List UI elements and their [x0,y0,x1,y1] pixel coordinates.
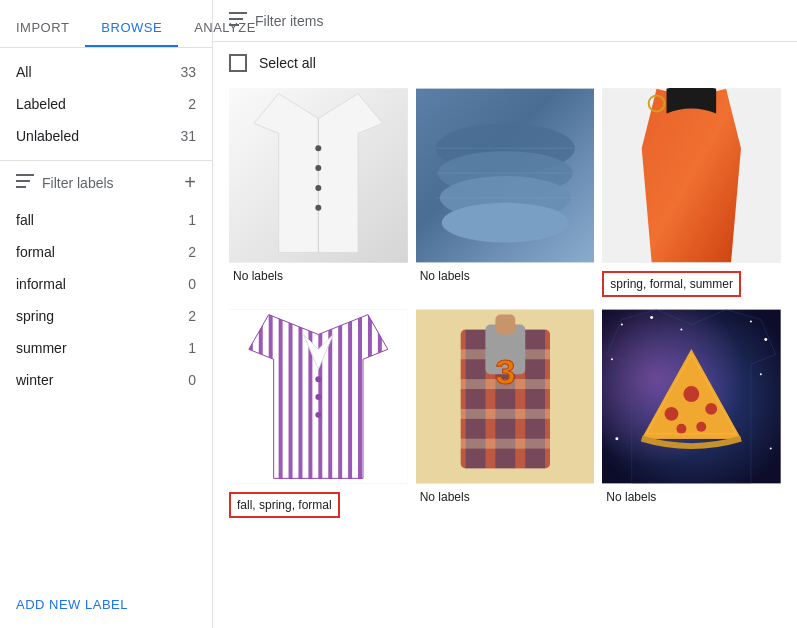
sidebar-item-formal[interactable]: formal 2 [0,236,212,268]
grid-item-1[interactable]: No labels [229,88,408,301]
svg-text:3: 3 [495,352,515,392]
grid-item-label-2: No labels [416,263,595,287]
grid-item-tags-4: fall, spring, formal [229,492,340,518]
svg-rect-43 [495,315,515,335]
image-grid: No labels [213,80,797,538]
grid-item-label-1: No labels [229,263,408,287]
grid-image-3 [602,88,781,263]
tab-browse[interactable]: BROWSE [85,20,178,47]
grid-image-2 [416,88,595,263]
grid-item-label-5: No labels [416,484,595,508]
grid-image-6 [602,309,781,484]
svg-point-48 [681,329,683,331]
add-new-label-button[interactable]: ADD NEW LABEL [0,581,212,628]
add-label-icon[interactable]: + [184,171,196,194]
svg-rect-0 [16,174,34,176]
sidebar-item-summer[interactable]: summer 1 [0,332,212,364]
grid-image-4 [229,309,408,484]
grid-image-5: 3 [416,309,595,484]
sidebar-item-spring[interactable]: spring 2 [0,300,212,332]
svg-rect-2 [16,186,26,188]
svg-point-51 [611,358,613,360]
svg-point-57 [684,386,700,402]
svg-point-9 [315,145,321,151]
sidebar-item-all[interactable]: All 33 [0,56,212,88]
svg-point-53 [770,448,772,450]
svg-point-12 [315,205,321,211]
svg-point-17 [441,203,568,243]
svg-point-46 [621,324,623,326]
sidebar-item-winter[interactable]: winter 0 [0,364,212,396]
svg-point-10 [315,165,321,171]
grid-item-4[interactable]: fall, spring, formal [229,309,408,522]
filter-labels-row: Filter labels + [0,161,212,204]
svg-point-31 [315,412,321,418]
svg-point-29 [315,376,321,382]
select-all-checkbox[interactable] [229,54,247,72]
sidebar: IMPORT BROWSE ANALYZE All 33 Labeled 2 U… [0,0,213,628]
select-all-row: Select all [213,42,797,80]
grid-item-3[interactable]: spring, formal, summer [602,88,781,301]
svg-point-59 [706,403,718,415]
svg-point-54 [616,437,619,440]
filter-bar: Filter items [213,0,797,42]
grid-image-1 [229,88,408,263]
svg-point-47 [650,316,653,319]
tab-analyze[interactable]: ANALYZE [178,20,272,47]
svg-point-30 [315,394,321,400]
sidebar-item-fall[interactable]: fall 1 [0,204,212,236]
svg-point-49 [750,321,752,323]
filter-labels-text: Filter labels [42,175,114,191]
svg-point-58 [665,407,679,421]
grid-item-label-6: No labels [602,484,781,508]
svg-point-11 [315,185,321,191]
grid-item-2[interactable]: No labels [416,88,595,301]
sidebar-item-unlabeled[interactable]: Unlabeled 31 [0,120,212,152]
main-content: Filter items Select all [213,0,797,628]
svg-point-52 [760,373,762,375]
grid-item-tags-3: spring, formal, summer [602,271,741,297]
filter-icon [16,174,34,192]
svg-rect-3 [229,12,247,14]
tab-bar: IMPORT BROWSE ANALYZE [0,0,212,48]
category-section: All 33 Labeled 2 Unlabeled 31 [0,48,212,161]
svg-point-50 [765,338,768,341]
grid-item-6[interactable]: No labels [602,309,781,522]
tab-import[interactable]: IMPORT [0,20,85,47]
svg-point-61 [697,422,707,432]
sidebar-item-labeled[interactable]: Labeled 2 [0,88,212,120]
select-all-label: Select all [259,55,316,71]
labels-list: fall 1 formal 2 informal 0 spring 2 summ… [0,204,212,581]
grid-item-5[interactable]: 3 No labels [416,309,595,522]
svg-point-60 [677,424,687,434]
sidebar-item-informal[interactable]: informal 0 [0,268,212,300]
svg-rect-1 [16,180,30,182]
